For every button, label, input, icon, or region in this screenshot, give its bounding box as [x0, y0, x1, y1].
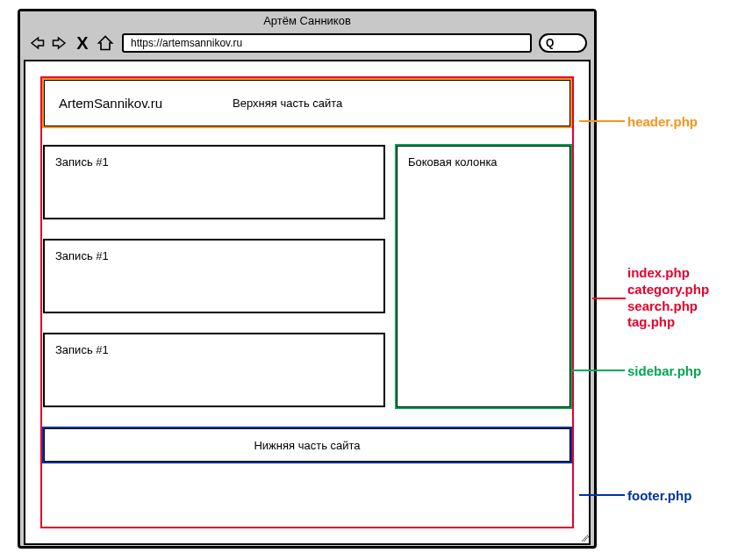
- search-icon: Q: [546, 37, 554, 49]
- stop-icon[interactable]: X: [73, 34, 92, 52]
- home-icon[interactable]: [96, 34, 115, 52]
- post-box: Запись #1: [43, 333, 385, 407]
- site-header: ArtemSannikov.ru Верхняя часть сайта: [43, 79, 571, 127]
- resize-handle-icon[interactable]: ⫽: [579, 532, 591, 544]
- browser-toolbar: X Q: [20, 30, 594, 56]
- connector-index: [592, 298, 626, 299]
- post-box: Запись #1: [43, 145, 385, 219]
- sidebar: Боковая колонка: [396, 145, 571, 408]
- footer-label: Нижняя часть сайта: [254, 439, 360, 452]
- post-title: Запись #1: [55, 343, 109, 356]
- page-viewport: ArtemSannikov.ru Верхняя часть сайта Зап…: [24, 60, 591, 545]
- site-logo-text: ArtemSannikov.ru: [59, 96, 162, 111]
- post-title: Запись #1: [55, 155, 109, 169]
- forward-icon[interactable]: [50, 34, 69, 52]
- header-label: Верхняя часть сайта: [233, 97, 342, 110]
- browser-window: Артём Санников X Q ArtemSannikov.ru Верх…: [18, 9, 597, 549]
- annotation-header: header.php: [627, 114, 698, 129]
- url-input[interactable]: [122, 33, 532, 53]
- back-icon[interactable]: [27, 34, 47, 52]
- body-row: Запись #1 Запись #1 Запись #1 Боковая ко…: [43, 145, 571, 408]
- connector-header: [579, 120, 625, 122]
- site-footer: Нижняя часть сайта: [43, 427, 571, 463]
- connector-sidebar: [570, 370, 625, 371]
- connector-footer: [579, 494, 625, 496]
- search-box[interactable]: Q: [539, 33, 587, 53]
- annotation-footer: footer.php: [627, 488, 691, 503]
- sidebar-outline: [395, 144, 572, 409]
- annotation-index: index.php category.php search.php tag.ph…: [627, 265, 709, 331]
- posts-column: Запись #1 Запись #1 Запись #1: [43, 145, 385, 408]
- sidebar-label: Боковая колонка: [408, 155, 498, 169]
- window-title: Артём Санников: [20, 11, 594, 30]
- post-title: Запись #1: [55, 249, 109, 262]
- post-box: Запись #1: [43, 239, 385, 313]
- annotation-sidebar: sidebar.php: [627, 363, 701, 378]
